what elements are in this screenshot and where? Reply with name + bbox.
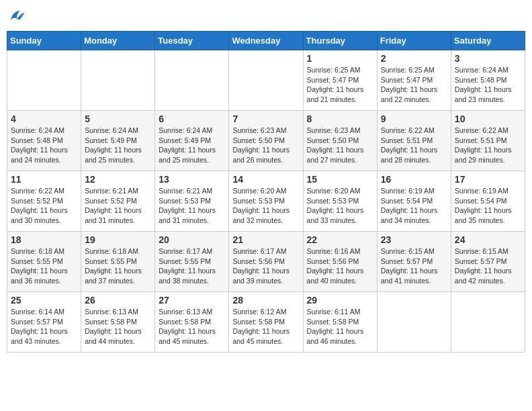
- day-number: 12: [85, 174, 151, 185]
- day-number: 27: [159, 295, 225, 306]
- day-info: Sunrise: 6:24 AMSunset: 5:49 PMDaylight:…: [85, 126, 151, 165]
- day-info: Sunrise: 6:18 AMSunset: 5:55 PMDaylight:…: [85, 246, 151, 286]
- day-cell: 22Sunrise: 6:16 AMSunset: 5:56 PMDayligh…: [303, 232, 377, 292]
- day-cell: [377, 292, 451, 353]
- day-cell: 11Sunrise: 6:22 AMSunset: 5:52 PMDayligh…: [7, 171, 81, 232]
- day-cell: 4Sunrise: 6:24 AMSunset: 5:48 PMDaylight…: [7, 111, 81, 171]
- day-number: 10: [455, 113, 521, 124]
- day-cell: 19Sunrise: 6:18 AMSunset: 5:55 PMDayligh…: [81, 232, 155, 292]
- day-cell: 25Sunrise: 6:14 AMSunset: 5:57 PMDayligh…: [7, 292, 81, 353]
- calendar-table: SundayMondayTuesdayWednesdayThursdayFrid…: [7, 31, 525, 353]
- week-row-1: 1Sunrise: 6:25 AMSunset: 5:47 PMDaylight…: [7, 50, 525, 111]
- day-cell: 16Sunrise: 6:19 AMSunset: 5:54 PMDayligh…: [377, 171, 451, 232]
- day-cell: 3Sunrise: 6:24 AMSunset: 5:48 PMDaylight…: [451, 50, 525, 111]
- day-info: Sunrise: 6:21 AMSunset: 5:53 PMDaylight:…: [159, 186, 225, 226]
- calendar-header: SundayMondayTuesdayWednesdayThursdayFrid…: [7, 32, 525, 50]
- day-info: Sunrise: 6:23 AMSunset: 5:50 PMDaylight:…: [307, 126, 373, 165]
- day-cell: 2Sunrise: 6:25 AMSunset: 5:47 PMDaylight…: [377, 50, 451, 111]
- day-cell: [451, 292, 525, 353]
- calendar-body: 1Sunrise: 6:25 AMSunset: 5:47 PMDaylight…: [7, 50, 525, 353]
- day-cell: 10Sunrise: 6:22 AMSunset: 5:51 PMDayligh…: [451, 111, 525, 171]
- day-info: Sunrise: 6:24 AMSunset: 5:48 PMDaylight:…: [455, 65, 521, 105]
- header-sunday: Sunday: [7, 32, 81, 50]
- day-cell: 5Sunrise: 6:24 AMSunset: 5:49 PMDaylight…: [81, 111, 155, 171]
- day-cell: 13Sunrise: 6:21 AMSunset: 5:53 PMDayligh…: [155, 171, 229, 232]
- day-number: 13: [159, 174, 225, 185]
- week-row-2: 4Sunrise: 6:24 AMSunset: 5:48 PMDaylight…: [7, 111, 525, 171]
- day-cell: [229, 50, 303, 111]
- day-cell: 29Sunrise: 6:11 AMSunset: 5:58 PMDayligh…: [303, 292, 377, 353]
- day-number: 25: [11, 295, 77, 306]
- logo-bird-icon: [7, 7, 26, 26]
- day-info: Sunrise: 6:18 AMSunset: 5:55 PMDaylight:…: [11, 246, 77, 286]
- day-cell: [81, 50, 155, 111]
- day-cell: 1Sunrise: 6:25 AMSunset: 5:47 PMDaylight…: [303, 50, 377, 111]
- day-info: Sunrise: 6:13 AMSunset: 5:58 PMDaylight:…: [85, 307, 151, 347]
- day-number: 3: [455, 53, 521, 64]
- day-info: Sunrise: 6:23 AMSunset: 5:50 PMDaylight:…: [232, 126, 299, 165]
- header-saturday: Saturday: [451, 32, 525, 50]
- day-number: 26: [85, 295, 151, 306]
- day-number: 11: [11, 174, 77, 185]
- day-number: 4: [11, 113, 77, 124]
- day-info: Sunrise: 6:24 AMSunset: 5:48 PMDaylight:…: [11, 126, 77, 165]
- day-info: Sunrise: 6:16 AMSunset: 5:56 PMDaylight:…: [307, 246, 373, 286]
- day-cell: 26Sunrise: 6:13 AMSunset: 5:58 PMDayligh…: [81, 292, 155, 353]
- day-number: 14: [232, 174, 299, 185]
- day-number: 21: [232, 234, 299, 245]
- day-number: 5: [85, 113, 151, 124]
- day-info: Sunrise: 6:12 AMSunset: 5:58 PMDaylight:…: [232, 307, 299, 347]
- week-row-5: 25Sunrise: 6:14 AMSunset: 5:57 PMDayligh…: [7, 292, 525, 353]
- day-info: Sunrise: 6:17 AMSunset: 5:56 PMDaylight:…: [232, 246, 299, 286]
- header-thursday: Thursday: [303, 32, 377, 50]
- day-number: 15: [307, 174, 373, 185]
- day-cell: 20Sunrise: 6:17 AMSunset: 5:55 PMDayligh…: [155, 232, 229, 292]
- day-number: 6: [159, 113, 225, 124]
- day-cell: 28Sunrise: 6:12 AMSunset: 5:58 PMDayligh…: [229, 292, 303, 353]
- day-number: 9: [381, 113, 447, 124]
- day-info: Sunrise: 6:15 AMSunset: 5:57 PMDaylight:…: [455, 246, 521, 286]
- header-row: SundayMondayTuesdayWednesdayThursdayFrid…: [7, 32, 525, 50]
- day-cell: 14Sunrise: 6:20 AMSunset: 5:53 PMDayligh…: [229, 171, 303, 232]
- day-cell: 9Sunrise: 6:22 AMSunset: 5:51 PMDaylight…: [377, 111, 451, 171]
- day-info: Sunrise: 6:20 AMSunset: 5:53 PMDaylight:…: [232, 186, 299, 226]
- header-monday: Monday: [81, 32, 155, 50]
- day-info: Sunrise: 6:19 AMSunset: 5:54 PMDaylight:…: [455, 186, 521, 226]
- day-info: Sunrise: 6:25 AMSunset: 5:47 PMDaylight:…: [381, 65, 447, 105]
- day-number: 17: [455, 174, 521, 185]
- day-info: Sunrise: 6:22 AMSunset: 5:51 PMDaylight:…: [455, 126, 521, 165]
- day-cell: 23Sunrise: 6:15 AMSunset: 5:57 PMDayligh…: [377, 232, 451, 292]
- day-cell: 7Sunrise: 6:23 AMSunset: 5:50 PMDaylight…: [229, 111, 303, 171]
- day-number: 19: [85, 234, 151, 245]
- day-info: Sunrise: 6:24 AMSunset: 5:49 PMDaylight:…: [159, 126, 225, 165]
- day-cell: 27Sunrise: 6:13 AMSunset: 5:58 PMDayligh…: [155, 292, 229, 353]
- week-row-4: 18Sunrise: 6:18 AMSunset: 5:55 PMDayligh…: [7, 232, 525, 292]
- day-cell: [155, 50, 229, 111]
- day-info: Sunrise: 6:21 AMSunset: 5:52 PMDaylight:…: [85, 186, 151, 226]
- day-number: 2: [381, 53, 447, 64]
- day-number: 7: [232, 113, 299, 124]
- day-cell: 12Sunrise: 6:21 AMSunset: 5:52 PMDayligh…: [81, 171, 155, 232]
- day-cell: 6Sunrise: 6:24 AMSunset: 5:49 PMDaylight…: [155, 111, 229, 171]
- day-info: Sunrise: 6:19 AMSunset: 5:54 PMDaylight:…: [381, 186, 447, 226]
- day-cell: 17Sunrise: 6:19 AMSunset: 5:54 PMDayligh…: [451, 171, 525, 232]
- day-number: 18: [11, 234, 77, 245]
- day-number: 20: [159, 234, 225, 245]
- day-number: 29: [307, 295, 373, 306]
- day-cell: 21Sunrise: 6:17 AMSunset: 5:56 PMDayligh…: [229, 232, 303, 292]
- header-tuesday: Tuesday: [155, 32, 229, 50]
- day-info: Sunrise: 6:20 AMSunset: 5:53 PMDaylight:…: [307, 186, 373, 226]
- day-info: Sunrise: 6:11 AMSunset: 5:58 PMDaylight:…: [307, 307, 373, 347]
- header-wednesday: Wednesday: [229, 32, 303, 50]
- header-friday: Friday: [377, 32, 451, 50]
- day-info: Sunrise: 6:13 AMSunset: 5:58 PMDaylight:…: [159, 307, 225, 347]
- week-row-3: 11Sunrise: 6:22 AMSunset: 5:52 PMDayligh…: [7, 171, 525, 232]
- day-cell: [7, 50, 81, 111]
- day-info: Sunrise: 6:15 AMSunset: 5:57 PMDaylight:…: [381, 246, 447, 286]
- day-cell: 8Sunrise: 6:23 AMSunset: 5:50 PMDaylight…: [303, 111, 377, 171]
- day-info: Sunrise: 6:22 AMSunset: 5:51 PMDaylight:…: [381, 126, 447, 165]
- logo: [7, 7, 28, 26]
- day-info: Sunrise: 6:25 AMSunset: 5:47 PMDaylight:…: [307, 65, 373, 105]
- day-number: 24: [455, 234, 521, 245]
- day-cell: 24Sunrise: 6:15 AMSunset: 5:57 PMDayligh…: [451, 232, 525, 292]
